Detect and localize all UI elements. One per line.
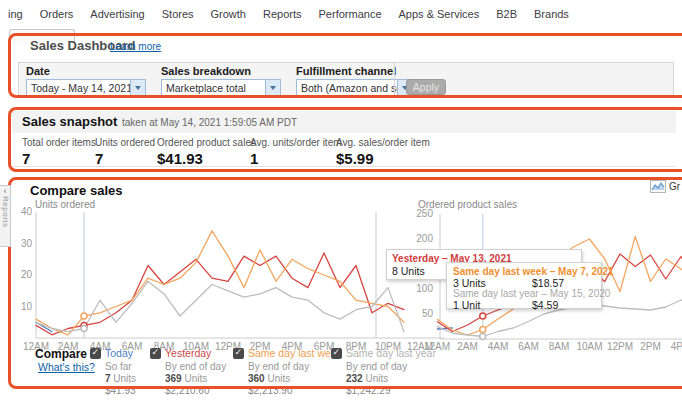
metric-value: 7 [95, 150, 155, 167]
tooltip-week-sales: $18.57 [532, 277, 564, 289]
channel-filter-group: Fulfillment channel Both (Amazon and sel… [296, 65, 413, 96]
nav-item-reports[interactable]: Reports [263, 8, 302, 20]
x-tick-label: 10AM [575, 341, 605, 352]
tooltip-week-title: Same day last week – May 7, 2021 [453, 266, 595, 277]
nav-item-brands[interactable]: Brands [534, 8, 569, 20]
chevron-down-icon [130, 80, 145, 95]
y-tick-label: 10 [6, 301, 32, 312]
legend-units-word: Units [182, 373, 208, 384]
breakdown-filter-group: Sales breakdown Marketplace total [161, 65, 281, 96]
legend-sales: $2,210.60 [165, 385, 226, 396]
y-tick-label: 100 [407, 283, 433, 294]
compare-legend-heading: Compare [35, 347, 87, 361]
graph-icon [650, 180, 666, 193]
legend-label: Today [105, 347, 133, 359]
legend-units-word: Units [111, 373, 137, 384]
channel-dropdown-value: Both (Amazon and seller) [297, 82, 397, 94]
nav-item-orders[interactable]: Orders [40, 8, 74, 20]
date-dropdown[interactable]: Today - May 14, 2021 [26, 79, 146, 96]
legend-today: Today So far 7 Units $41.93 [90, 347, 136, 396]
metric-total-order-items: Total order items 7 [22, 137, 96, 167]
tooltip-year-sales: $4.59 [532, 299, 558, 311]
date-filter-group: Date Today - May 14, 2021 [26, 65, 146, 96]
metric-label: Avg. sales/order item [336, 137, 430, 148]
apply-button[interactable]: Apply [406, 79, 446, 95]
metric-value: $41.93 [157, 150, 256, 167]
legend-units-number: 360 [248, 373, 265, 384]
nav-item-performance[interactable]: Performance [319, 8, 382, 20]
same-day-last-year-checkbox[interactable] [331, 348, 342, 359]
metric-avg-units-order: Avg. units/order item 1 [250, 137, 342, 167]
legend-units: 232 Units [346, 373, 436, 384]
metric-value: $5.99 [336, 150, 430, 167]
collapse-chevron-icon: ‹ [4, 187, 7, 195]
x-tick-label: 2AM [453, 341, 483, 352]
graph-view-label: Gr [669, 181, 680, 192]
x-tick-label: 2PM [636, 341, 666, 352]
y-tick-label: 200 [407, 233, 433, 244]
y-tick-label: 50 [407, 308, 433, 319]
legend-sales: $1,242.29 [346, 385, 436, 396]
x-tick-label: 4AM [483, 341, 513, 352]
page: ing Orders Advertising Stores Growth Rep… [0, 0, 682, 400]
chevron-down-icon [265, 80, 280, 95]
graph-view-toggle[interactable]: Gr [650, 180, 680, 193]
reports-side-tab[interactable]: ‹ Reports [0, 185, 11, 247]
nav-item-advertising[interactable]: Advertising [90, 8, 144, 20]
today-checkbox[interactable] [90, 348, 101, 359]
side-tab-label: Reports [1, 196, 10, 228]
whats-this-link[interactable]: What's this? [38, 361, 95, 373]
legend-label: Same day last week [248, 347, 342, 359]
same-day-last-week-checkbox[interactable] [233, 348, 244, 359]
snapshot-separator [12, 166, 676, 167]
x-tick-label: 6AM [514, 341, 544, 352]
legend-period: By end of day [346, 361, 436, 372]
snapshot-timestamp: taken at May 14, 2021 1:59:05 AM PDT [122, 117, 297, 128]
legend-units: 7 Units [105, 373, 136, 384]
date-filter-label: Date [26, 65, 146, 77]
metric-label: Total order items [22, 137, 96, 148]
tooltip-units: 8 Units [392, 265, 425, 277]
date-dropdown-value: Today - May 14, 2021 [27, 82, 130, 94]
filter-panel: Date Today - May 14, 2021 Sales breakdow… [18, 62, 674, 98]
units-ordered-chart[interactable] [20, 208, 444, 342]
legend-label: Same day last year [346, 347, 436, 359]
metric-label: Ordered product sales [157, 137, 256, 148]
legend-units-word: Units [363, 373, 389, 384]
snapshot-title: Sales snapshot [22, 114, 117, 129]
x-tick-label: 4PM [666, 341, 682, 352]
channel-dropdown[interactable]: Both (Amazon and seller) [296, 79, 413, 96]
filter-divider [394, 63, 395, 97]
legend-units: 360 Units [248, 373, 342, 384]
legend-units-number: 232 [346, 373, 363, 384]
nav-item-pricing[interactable]: ing [8, 8, 23, 20]
tooltip-year-title: Same day last year – May 15, 2020 [453, 288, 595, 299]
compare-sales-title: Compare sales [30, 183, 123, 198]
legend-units-number: 369 [165, 373, 182, 384]
legend-sales: $41.93 [105, 385, 136, 396]
breakdown-dropdown-value: Marketplace total [162, 82, 265, 94]
legend-same-day-last-year: Same day last year By end of day 232 Uni… [331, 347, 436, 396]
legend-units-word: Units [265, 373, 291, 384]
x-tick-label: 8AM [544, 341, 574, 352]
legend-sales: $2,213.90 [248, 385, 342, 396]
nav-item-stores[interactable]: Stores [162, 8, 194, 20]
nav-item-b2b[interactable]: B2B [496, 8, 517, 20]
breakdown-dropdown[interactable]: Marketplace total [161, 79, 281, 96]
breakdown-filter-label: Sales breakdown [161, 65, 281, 77]
tooltip-comparisons: Same day last week – May 7, 2021 3 Units… [446, 262, 602, 309]
legend-same-day-last-week: Same day last week By end of day 360 Uni… [233, 347, 342, 396]
legend-yesterday: Yesterday By end of day 369 Units $2,210… [150, 347, 226, 396]
legend-label: Yesterday [165, 347, 211, 359]
learn-more-link[interactable]: Learn more [110, 41, 161, 52]
yesterday-checkbox[interactable] [150, 348, 161, 359]
nav-item-apps-services[interactable]: Apps & Services [399, 8, 480, 20]
metric-label: Avg. units/order item [250, 137, 342, 148]
metric-value: 1 [250, 150, 342, 167]
nav-item-growth[interactable]: Growth [211, 8, 246, 20]
top-nav: ing Orders Advertising Stores Growth Rep… [8, 8, 569, 20]
y-tick-label: 250 [407, 208, 433, 219]
legend-period: By end of day [165, 361, 226, 372]
y-tick-label: 20 [6, 269, 32, 280]
legend-period: So far [105, 361, 136, 372]
